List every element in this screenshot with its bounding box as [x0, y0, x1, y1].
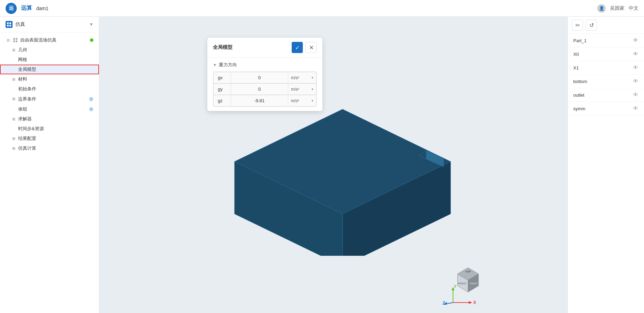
unit-chevron-gx: ▾: [312, 76, 313, 80]
param-table: gx 0 m/s² ▾ gy 0 m/s²: [213, 72, 317, 107]
section-label: 重力方向: [219, 62, 237, 68]
param-value-gz[interactable]: -9.81: [231, 95, 288, 106]
simcalc-label: 仿真计算: [18, 145, 36, 151]
param-value-gx[interactable]: 0: [231, 72, 288, 83]
sidebar-item-timestep[interactable]: ⊞ 时间步&资源: [0, 124, 99, 134]
sidebar-collapse-icon[interactable]: ▼: [89, 22, 93, 27]
list-item-symm[interactable]: symm 👁: [568, 102, 644, 115]
param-value-gy[interactable]: 0: [231, 84, 288, 95]
sidebar-title-container: 仿真: [6, 21, 25, 28]
boundary-add-btn[interactable]: ⊕: [89, 96, 93, 102]
bottom-label: bottom: [573, 79, 587, 84]
mesh-label: 网格: [18, 57, 27, 63]
content-area: TOP RIGHT FRONT Y Z X: [99, 17, 567, 313]
status-indicator: [90, 38, 93, 42]
app-logo: 远: [6, 3, 17, 14]
param-row-gy: gy 0 m/s² ▾: [213, 83, 316, 95]
scissors-button[interactable]: ✂: [572, 20, 583, 31]
sidebar-item-geometry[interactable]: ⊞ 几何: [0, 45, 99, 55]
expand-icon-boundary: ⊞: [11, 97, 16, 102]
svg-text:Y: Y: [454, 285, 457, 289]
sidebar-item-mesh[interactable]: ⊞ 网格: [0, 55, 99, 65]
sidebar-item-init[interactable]: ⊞ 初始条件: [0, 84, 99, 94]
param-name-gx: gx: [214, 72, 231, 83]
param-unit-gy[interactable]: m/s² ▾: [288, 84, 316, 95]
outlet-label: outlet: [573, 92, 584, 98]
sim-icon: [6, 21, 13, 28]
sidebar-item-materials[interactable]: ⊞ 材料: [0, 74, 99, 84]
panel-confirm-button[interactable]: ✓: [292, 42, 303, 53]
solver-label: 求解器: [18, 116, 32, 122]
topbar-right: 👤 吴因家 中文: [597, 4, 638, 13]
init-label: 初始条件: [18, 86, 36, 92]
boundary-label: 边界条件: [18, 96, 36, 102]
refresh-icon: ↺: [589, 22, 594, 29]
symm-label: symm: [573, 106, 585, 111]
eye-icon-bottom[interactable]: 👁: [633, 78, 638, 84]
3d-viewport: TOP RIGHT FRONT Y Z X: [99, 17, 567, 313]
section-header-gravity: ▼ 重力方向: [213, 62, 317, 68]
sidebar: 仿真 ▼ ⊟ 自由表面流场仿真: [0, 17, 99, 313]
project-name: dam1: [36, 6, 48, 11]
svg-rect-1: [9, 22, 11, 24]
sidebar-item-cellgroup[interactable]: ⊞ 体组 ⊕: [0, 104, 99, 114]
sim-root-label: 自由表面流场仿真: [20, 37, 56, 43]
sidebar-item-sim-root[interactable]: ⊟ 自由表面流场仿真: [0, 35, 99, 45]
geometry-label: 几何: [18, 47, 27, 53]
sidebar-header: 仿真 ▼: [0, 17, 99, 32]
eye-icon-outlet[interactable]: 👁: [633, 92, 638, 98]
param-unit-gx[interactable]: m/s² ▾: [288, 73, 316, 83]
svg-rect-6: [13, 40, 15, 42]
list-item-bottom[interactable]: bottom 👁: [568, 75, 644, 88]
list-item-part1[interactable]: Part_1 👁: [568, 34, 644, 47]
language-selector[interactable]: 中文: [629, 5, 638, 12]
result-label: 结果配置: [18, 135, 36, 142]
eye-icon-symm[interactable]: 👁: [633, 105, 638, 112]
sidebar-item-boundary[interactable]: ⊞ 边界条件 ⊕: [0, 94, 99, 104]
part1-label: Part_1: [573, 38, 586, 43]
sidebar-item-simcalc[interactable]: ⊞ 仿真计算: [0, 143, 99, 153]
svg-text:Z: Z: [443, 301, 445, 306]
right-toolbar: ✂ ↺: [568, 17, 644, 34]
panel-title: 全局模型: [213, 44, 232, 51]
expand-icon-sim-root: ⊟: [6, 38, 10, 43]
parts-list: Part_1 👁 X0 👁 X1 👁 bottom 👁 outlet 👁 sym: [568, 34, 644, 313]
eye-icon-x1[interactable]: 👁: [633, 65, 638, 71]
list-item-x0[interactable]: X0 👁: [568, 47, 644, 61]
expand-icon-materials: ⊞: [11, 77, 16, 82]
panel-close-button[interactable]: ✕: [306, 42, 317, 53]
timestep-label: 时间步&资源: [18, 126, 44, 132]
user-name: 吴因家: [610, 5, 624, 12]
user-avatar: 👤: [597, 4, 606, 13]
param-name-gy: gy: [214, 84, 231, 95]
svg-rect-0: [7, 22, 9, 24]
eye-icon-part1[interactable]: 👁: [633, 37, 638, 44]
cellgroup-add-btn[interactable]: ⊕: [89, 106, 93, 112]
svg-rect-3: [9, 25, 11, 27]
svg-text:RIGHT: RIGHT: [470, 282, 478, 285]
list-item-outlet[interactable]: outlet 👁: [568, 88, 644, 102]
sidebar-item-result[interactable]: ⊞ 结果配置: [0, 134, 99, 143]
refresh-button[interactable]: ↺: [586, 20, 597, 31]
x1-label: X1: [573, 65, 579, 70]
svg-rect-2: [7, 25, 9, 27]
panel-content: ▼ 重力方向 gx 0 m/s² ▾: [207, 58, 322, 111]
svg-text:TOP: TOP: [465, 270, 471, 273]
param-unit-gz[interactable]: m/s² ▾: [288, 96, 316, 106]
eye-icon-x0[interactable]: 👁: [633, 51, 638, 57]
section-chevron[interactable]: ▼: [213, 63, 217, 67]
param-row-gz: gz -9.81 m/s² ▾: [213, 95, 316, 106]
scissors-icon: ✂: [575, 22, 580, 29]
svg-rect-7: [16, 40, 17, 42]
unit-chevron-gy: ▾: [312, 87, 313, 91]
materials-label: 材料: [18, 76, 27, 82]
topbar-left: 远 远算 dam1: [6, 3, 48, 14]
sidebar-item-solver[interactable]: ⊞ 求解器: [0, 114, 99, 124]
sidebar-item-global-model[interactable]: ⊞ 全局模型: [0, 65, 99, 74]
sim-root-icon: [13, 37, 18, 43]
expand-icon-geometry: ⊞: [11, 47, 16, 52]
global-model-panel: 全局模型 ✓ ✕ ▼ 重力方向: [207, 38, 322, 111]
unit-chevron-gz: ▾: [312, 99, 313, 103]
sidebar-title-text: 仿真: [15, 21, 25, 28]
list-item-x1[interactable]: X1 👁: [568, 61, 644, 75]
